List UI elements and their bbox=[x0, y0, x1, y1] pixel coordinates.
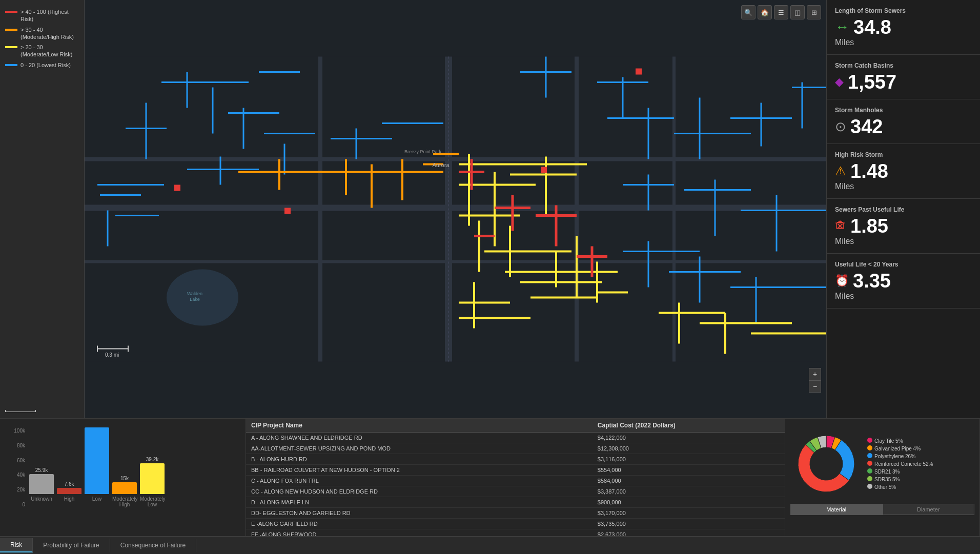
donut-legend: Clay Tile 5%Galvanized Pipe 4%Polyethyle… bbox=[867, 438, 933, 490]
donut-legend-item: Polyethylene 26% bbox=[867, 453, 933, 459]
donut-legend-item: SDR21 3% bbox=[867, 468, 933, 475]
table-row[interactable]: FF -ALONG SHERWOOD$2,673,000 bbox=[246, 529, 785, 537]
table-cell: $2,673,000 bbox=[593, 529, 785, 537]
stat-value: 1.85 bbox=[850, 216, 888, 236]
stat-card-high-risk: High Risk Storm ⚠ 1.48 Miles bbox=[827, 144, 980, 199]
donut-content: Clay Tile 5%Galvanized Pipe 4%Polyethyle… bbox=[790, 428, 974, 500]
table-row[interactable]: A - ALONG SHAWNEE AND ELDRIDGE RD$4,122,… bbox=[246, 433, 785, 443]
table-header: Captial Cost (2022 Dollars) bbox=[593, 419, 785, 433]
map-area[interactable]: Walden Lake bbox=[85, 0, 826, 418]
zoom-out-btn[interactable]: − bbox=[809, 380, 821, 393]
table-row[interactable]: BB - RAILROAD CULVERT AT NEW HUDSON - OP… bbox=[246, 465, 785, 476]
bar bbox=[112, 482, 137, 494]
table-cell: D - ALONG MAPLE LN bbox=[246, 497, 593, 508]
table-cell: AA-ALLOTMENT-SEWER UPSIZING AND POND MOD bbox=[246, 443, 593, 454]
donut-tabs[interactable]: MaterialDiameter bbox=[790, 504, 974, 515]
donut-panel: Clay Tile 5%Galvanized Pipe 4%Polyethyle… bbox=[785, 419, 980, 536]
layer-tool-btn[interactable]: ◫ bbox=[790, 5, 805, 19]
nav-tab-risk[interactable]: Risk bbox=[0, 538, 33, 552]
legend-label: Reinforced Concrete 52% bbox=[874, 461, 933, 467]
bar-wrapper: 7.6k bbox=[57, 481, 81, 494]
table-cell: $554,000 bbox=[593, 465, 785, 476]
table-cell: CC - ALONG NEW HUDSON AND ELDRIDGE RD bbox=[246, 486, 593, 497]
stat-card-past-useful: Sewers Past Useful Life 🏚 1.85 Miles bbox=[827, 199, 980, 254]
grid-tool-btn[interactable]: ⊞ bbox=[807, 5, 821, 19]
chart-panel: 100k80k60k40k20k0 25.9k 7.6k 15k 39.2k U… bbox=[0, 419, 246, 536]
legend-color bbox=[5, 29, 17, 31]
table-cell: BB - RAILROAD CULVERT AT NEW HUDSON - OP… bbox=[246, 465, 593, 476]
legend-text: > 40 - 100 (Highest Risk) bbox=[21, 8, 79, 23]
table-cell: $12,308,000 bbox=[593, 443, 785, 454]
table-cell: C - ALONG FOX RUN TRL bbox=[246, 476, 593, 486]
y-tick: 100k bbox=[8, 428, 25, 434]
y-tick: 60k bbox=[8, 458, 25, 463]
legend-dot bbox=[867, 445, 872, 450]
high-risk-icon: ⚠ bbox=[835, 164, 846, 178]
y-tick: 80k bbox=[8, 443, 25, 448]
legend-item: > 40 - 100 (Highest Risk) bbox=[5, 8, 79, 23]
nav-tab-consequence-of-failure[interactable]: Consequence of Failure bbox=[110, 539, 196, 552]
bar-value-label: 15k bbox=[120, 476, 129, 481]
list-tool-btn[interactable]: ☰ bbox=[774, 5, 788, 19]
y-axis: 100k80k60k40k20k0 bbox=[8, 428, 27, 507]
svg-rect-101 bbox=[636, 69, 642, 75]
legend-label: SDR35 5% bbox=[874, 477, 900, 482]
legend-item: > 30 - 40 (Moderate/High Risk) bbox=[5, 26, 79, 41]
legend-color bbox=[5, 64, 17, 66]
stat-value: 3.35 bbox=[853, 271, 891, 291]
legend-color bbox=[5, 46, 17, 48]
legend-item: > 20 - 30 (Moderate/Low Risk) bbox=[5, 44, 79, 58]
table-row[interactable]: B - ALONG HURD RD$3,116,000 bbox=[246, 454, 785, 465]
donut-tab-diameter[interactable]: Diameter bbox=[883, 504, 975, 515]
nav-tab-probability-of-failure[interactable]: Probability of Failure bbox=[33, 539, 110, 552]
stat-unit: Miles bbox=[835, 292, 972, 301]
legend-dot bbox=[867, 476, 872, 481]
storm-sewers-icon: ↔ bbox=[835, 19, 849, 35]
bar-wrapper bbox=[85, 426, 109, 494]
manholes-icon: ⊙ bbox=[835, 119, 846, 135]
search-tool-btn[interactable]: 🔍 bbox=[741, 5, 756, 19]
svg-rect-99 bbox=[284, 208, 291, 214]
stat-title: Storm Manholes bbox=[835, 107, 972, 114]
stat-unit: Miles bbox=[835, 38, 972, 47]
bar-x-label: High bbox=[57, 496, 81, 507]
legend-dot bbox=[867, 484, 872, 489]
table-cell: $900,000 bbox=[593, 497, 785, 508]
svg-rect-100 bbox=[541, 167, 547, 173]
legend-label: Other 5% bbox=[874, 484, 896, 490]
svg-text:Walden: Walden bbox=[187, 291, 202, 296]
donut-legend-item: Clay Tile 5% bbox=[867, 438, 933, 444]
stat-value: 34.8 bbox=[853, 17, 891, 37]
stat-card-manholes: Storm Manholes ⊙ 342 bbox=[827, 99, 980, 144]
legend-panel: > 40 - 100 (Highest Risk)> 30 - 40 (Mode… bbox=[0, 0, 85, 418]
legend-label: Polyethylene 26% bbox=[874, 454, 915, 459]
chart-bars-area: 25.9k 7.6k 15k 39.2k UnknownHighLowModer… bbox=[29, 428, 234, 507]
home-tool-btn[interactable]: 🏠 bbox=[758, 5, 772, 19]
zoom-controls: + − bbox=[809, 368, 821, 393]
bar bbox=[85, 427, 109, 494]
zoom-in-btn[interactable]: + bbox=[809, 368, 821, 380]
table-cell: $4,122,000 bbox=[593, 433, 785, 443]
bar-wrapper: 25.9k bbox=[29, 467, 54, 494]
table-panel[interactable]: CIP Project NameCaptial Cost (2022 Dolla… bbox=[246, 419, 785, 536]
table-row[interactable]: C - ALONG FOX RUN TRL$584,000 bbox=[246, 476, 785, 486]
legend-label: Clay Tile 5% bbox=[874, 438, 903, 444]
svg-text:Lake: Lake bbox=[190, 297, 200, 302]
table-row[interactable]: D - ALONG MAPLE LN$900,000 bbox=[246, 497, 785, 508]
y-tick: 0 bbox=[8, 502, 25, 507]
table-cell: $584,000 bbox=[593, 476, 785, 486]
donut-segment bbox=[835, 440, 854, 481]
svg-text:Aurora: Aurora bbox=[432, 162, 450, 168]
svg-text:0.3 mi: 0.3 mi bbox=[105, 352, 119, 358]
donut-tab-material[interactable]: Material bbox=[790, 504, 883, 515]
table-row[interactable]: E -ALONG GARFIELD RD$3,735,000 bbox=[246, 519, 785, 529]
table-row[interactable]: AA-ALLOTMENT-SEWER UPSIZING AND POND MOD… bbox=[246, 443, 785, 454]
legend-text: > 20 - 30 (Moderate/Low Risk) bbox=[21, 44, 79, 58]
legend-dot bbox=[867, 438, 872, 443]
table-cell: $3,387,000 bbox=[593, 486, 785, 497]
donut-legend-item: Other 5% bbox=[867, 484, 933, 490]
scale-bar bbox=[5, 410, 36, 413]
table-row[interactable]: DD- EGGLESTON AND GARFIELD RD$3,170,000 bbox=[246, 508, 785, 519]
table-row[interactable]: CC - ALONG NEW HUDSON AND ELDRIDGE RD$3,… bbox=[246, 486, 785, 497]
bar-x-label: Moderately Low bbox=[140, 496, 165, 507]
